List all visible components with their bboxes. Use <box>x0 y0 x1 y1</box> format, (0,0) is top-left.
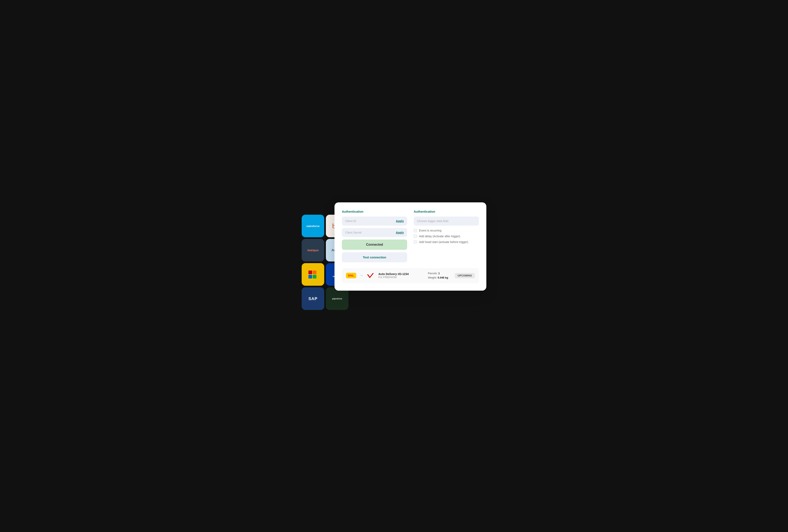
main-card: Authentication Client ID Apply Client Se… <box>334 202 486 291</box>
left-auth-section: Authentication Client ID Apply Client Se… <box>342 210 407 262</box>
checkbox-headstart-label: Add head start (activate before trigger) <box>419 240 468 244</box>
checkbox-row-headstart: Add head start (activate before trigger) <box>414 240 479 244</box>
delivery-title: Auto Delivery #D-1234 <box>378 272 425 276</box>
client-secret-apply-button[interactable]: Apply <box>396 231 404 234</box>
app-tile-sap[interactable]: SAP <box>302 287 324 310</box>
app-tile-zoho[interactable] <box>302 263 324 286</box>
weight-info: Weight: 0.446 kg <box>428 276 448 280</box>
right-auth-title: Authentication <box>414 210 479 213</box>
client-secret-input[interactable]: Client Secret <box>345 231 396 234</box>
right-auth-section: Authentication Choose trigger data field… <box>414 210 479 262</box>
connected-button[interactable]: Connected <box>342 239 407 250</box>
dhl-badge: DHL <box>346 273 356 278</box>
weight-value: 0.446 kg <box>438 276 448 279</box>
arrow-icon: → <box>359 273 363 278</box>
checkbox-recurring-label: Event is recurring <box>419 229 441 232</box>
scene: salesforce bob HubSpot Personio workday. <box>302 202 486 330</box>
app-tile-pipedrive[interactable]: pipedrive <box>326 287 349 310</box>
checkbox-delay[interactable] <box>414 235 417 238</box>
checkbox-headstart[interactable] <box>414 240 417 244</box>
app-tile-salesforce[interactable]: salesforce <box>302 215 324 237</box>
parcels-info: Parcels: 1 <box>428 271 448 276</box>
v-check-logo <box>367 273 373 278</box>
checkbox-row-delay: Add delay (Activate after trigger) <box>414 235 479 238</box>
checkbox-delay-label: Add delay (Activate after trigger) <box>419 235 460 238</box>
client-id-input[interactable]: Client ID <box>345 219 396 223</box>
client-id-apply-button[interactable]: Apply <box>396 219 404 223</box>
zoho-logo <box>309 271 317 278</box>
hubspot-logo-text: HubSpot <box>308 249 318 252</box>
delivery-meta: Parcels: 1 Weight: 0.446 kg <box>428 271 448 280</box>
checkmark-svg <box>367 273 373 278</box>
delivery-card: DHL → Auto Delivery #D-1234 For FREENOW … <box>342 268 479 283</box>
delivery-subtitle: For FREENOW <box>378 276 425 279</box>
pipedrive-logo-text: pipedrive <box>332 297 342 300</box>
checkbox-group: Event is recurring Add delay (Activate a… <box>414 229 479 244</box>
sap-logo-text: SAP <box>309 296 317 301</box>
client-id-row: Client ID Apply <box>342 217 407 225</box>
test-connection-button[interactable]: Test connection <box>342 252 407 262</box>
checkbox-row-recurring: Event is recurring <box>414 229 479 232</box>
trigger-data-field[interactable]: Choose trigger data field <box>414 217 479 225</box>
upcoming-badge: UPCOMING <box>455 273 475 278</box>
delivery-info: Auto Delivery #D-1234 For FREENOW <box>378 272 425 279</box>
parcels-count: 1 <box>438 272 440 275</box>
left-auth-title: Authentication <box>342 210 407 213</box>
app-tile-hubspot[interactable]: HubSpot <box>302 239 324 261</box>
checkbox-recurring[interactable] <box>414 229 417 232</box>
client-secret-row: Client Secret Apply <box>342 228 407 237</box>
